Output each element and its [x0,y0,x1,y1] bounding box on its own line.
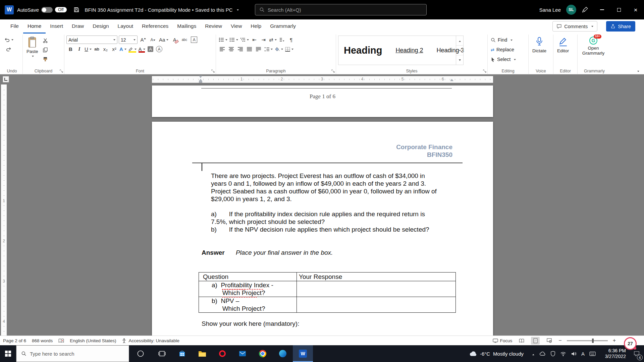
shrink-font-button[interactable]: A [149,36,157,44]
tab-home[interactable]: Home [23,19,46,34]
questions-paragraph[interactable]: a) If the profitability index decision r… [211,210,466,233]
enclose-characters-button[interactable]: A [155,45,163,53]
numbering-button[interactable] [229,36,239,44]
answer-line[interactable]: Answer Place your final answer in the bo… [202,249,333,256]
borders-button[interactable] [284,45,294,53]
multilevel-list-button[interactable] [239,36,250,44]
style-heading-2[interactable]: Heading 2 [395,47,423,54]
tab-grammarly[interactable]: Grammarly [266,19,300,34]
left-indent-marker[interactable] [199,81,202,83]
shading-button[interactable] [274,45,284,53]
response-cell-a[interactable] [297,281,456,297]
zoom-slider-thumb[interactable] [592,339,594,343]
find-button[interactable]: Find [490,36,517,44]
copy-button[interactable] [41,46,50,54]
sort-button[interactable] [278,36,286,44]
word-count[interactable]: 868 words [32,338,53,343]
print-layout-button[interactable] [531,337,540,345]
grow-font-button[interactable]: A [139,36,147,44]
cut-button[interactable] [41,36,50,45]
cortana-button[interactable] [129,345,152,362]
web-layout-button[interactable] [545,337,553,345]
show-work-text[interactable]: Show your work here (mandatory): [202,320,299,327]
focus-button[interactable]: Focus [493,338,513,343]
tab-design[interactable]: Design [88,19,113,34]
character-shading-button[interactable]: A [146,45,155,53]
line-spacing-button[interactable] [263,45,273,53]
maximize-button[interactable] [610,0,627,19]
tab-view[interactable]: View [226,19,246,34]
tab-stop-selector[interactable] [3,76,9,82]
tab-draw[interactable]: Draw [67,19,88,34]
hanging-indent-marker[interactable] [199,77,202,81]
tray-volume[interactable] [571,351,577,356]
paragraph-dialog-launcher[interactable] [331,69,335,73]
response-column-header[interactable]: Your Response [297,273,456,281]
change-case-button[interactable]: Aa [158,36,169,44]
taskbar-item-store[interactable] [172,345,192,362]
tray-show-hidden-icons[interactable] [532,351,534,357]
replace-button[interactable]: ⇄ Replace [490,45,517,54]
increase-indent-button[interactable]: ⇥ [259,36,268,44]
phonetic-guide-button[interactable]: abc [180,36,189,44]
format-painter-button[interactable] [41,55,50,63]
asian-layout-button[interactable]: ⇄ [268,36,277,44]
document-title[interactable]: BFIN 350 Assignment T2d - Compatibility … [85,7,239,13]
redo-button[interactable] [3,45,14,53]
taskbar-item-outlook[interactable] [232,345,253,362]
taskbar-weather[interactable]: -6°C Mostly cloudy [469,351,524,357]
taskbar-item-chrome[interactable] [253,345,273,362]
distribute-button[interactable] [254,45,263,53]
bullets-button[interactable] [218,36,228,44]
read-mode-button[interactable] [517,337,526,345]
tab-mailings[interactable]: Mailings [173,19,201,34]
language-indicator[interactable]: English (United States) [70,338,116,343]
tray-input-language[interactable]: A [581,351,585,357]
tab-references[interactable]: References [138,19,173,34]
close-button[interactable]: × [627,0,644,19]
paste-button[interactable]: Paste [25,36,40,58]
user-name[interactable]: Sana Lee [539,7,561,13]
zoom-slider[interactable] [567,340,608,341]
tab-layout[interactable]: Layout [113,19,138,34]
projects-paragraph[interactable]: There are two projects. Project Everest … [211,172,466,203]
tab-file[interactable]: File [6,19,23,34]
align-center-button[interactable] [227,45,235,53]
start-button[interactable] [0,345,16,362]
minimize-button[interactable] [594,0,610,19]
subscript-button[interactable]: x₂ [101,45,110,53]
font-name-combo[interactable]: Arial [66,36,117,44]
show-marks-button[interactable]: ¶ [287,36,296,44]
styles-scroll-down[interactable] [456,45,463,55]
page-2[interactable]: Corporate Finance BFIN350 There are two … [152,122,493,336]
page-1-bottom[interactable]: Page 1 of 6 [152,85,493,117]
justify-button[interactable] [245,45,254,53]
align-left-button[interactable] [218,45,226,53]
proofing-status[interactable] [58,338,64,343]
align-right-button[interactable] [236,45,245,53]
word-app-icon[interactable]: W [5,5,14,14]
question-column-header[interactable]: Question [199,273,297,281]
share-button[interactable]: Share [606,21,635,32]
taskbar-item-opera[interactable] [212,345,232,362]
tray-security[interactable] [550,351,555,356]
collapse-ribbon-icon[interactable] [637,71,639,73]
clear-formatting-button[interactable]: A [170,36,179,44]
task-view-button[interactable] [152,345,172,362]
answer-table[interactable]: Question Your Response a) Profitability … [199,272,456,313]
search-box[interactable]: Search (Alt+Q) [255,4,427,15]
style-heading-1[interactable]: Heading [344,45,382,56]
question-cell-b[interactable]: b) NPV – Which Project? [199,297,297,313]
styles-dialog-launcher[interactable] [483,69,486,73]
dictate-button[interactable]: Dictate [531,36,548,54]
tab-review[interactable]: Review [201,19,226,34]
decrease-indent-button[interactable]: ⇤ [250,36,259,44]
tab-insert[interactable]: Insert [46,19,67,34]
taskbar-item-edge[interactable] [273,345,293,362]
editor-button[interactable]: Editor [555,36,571,54]
select-button[interactable]: Select [490,55,517,64]
tray-onedrive[interactable] [539,351,546,356]
character-border-button[interactable]: A [190,36,198,44]
taskbar-item-file-explorer[interactable] [192,345,212,362]
font-size-combo[interactable]: 12 [119,36,138,44]
